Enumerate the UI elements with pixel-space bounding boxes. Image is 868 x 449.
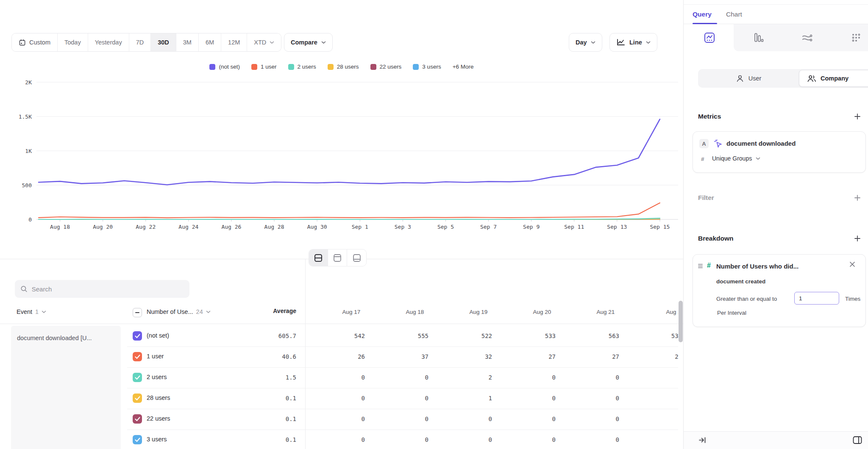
- breakdown-value-input[interactable]: [794, 292, 839, 305]
- breakdown-event-name[interactable]: document created: [716, 278, 765, 285]
- range-custom[interactable]: Custom: [12, 33, 58, 51]
- average-column-header: Average: [241, 308, 296, 314]
- chart-style-dropdown[interactable]: Line: [609, 33, 657, 52]
- table-cell-value: 0: [437, 436, 492, 443]
- dots-grid-icon: [850, 32, 862, 44]
- range-label: Today: [64, 39, 81, 46]
- tab-query[interactable]: Query: [693, 5, 712, 24]
- x-axis-label: Sep 11: [564, 224, 584, 230]
- x-axis-label: Aug 28: [264, 224, 284, 230]
- range-30d[interactable]: 30D: [151, 33, 176, 51]
- measure-dropdown[interactable]: Unique Groups: [712, 155, 760, 162]
- calendar-icon: [19, 39, 26, 46]
- table-cell-value: 555: [373, 333, 428, 339]
- y-axis-label: 2K: [25, 79, 32, 86]
- drag-handle-icon[interactable]: [698, 264, 703, 269]
- date-columns-pane: Aug 17Aug 18Aug 19Aug 20Aug 21Aug 225425…: [305, 259, 678, 449]
- x-axis-label: Sep 5: [437, 224, 454, 230]
- metric-label-badge: A: [699, 139, 709, 148]
- table-cell-value: 0: [627, 416, 678, 422]
- row-label: 1 user: [147, 353, 164, 360]
- date-column-header: Aug 17: [320, 309, 383, 315]
- add-metric-button[interactable]: [853, 112, 862, 121]
- chevron-down-icon: [756, 157, 760, 160]
- close-icon: [849, 261, 855, 267]
- x-axis-label: Sep 13: [607, 224, 627, 230]
- event-column-header[interactable]: Event 1: [17, 308, 46, 315]
- range-12m[interactable]: 12M: [221, 33, 247, 51]
- row-checkbox[interactable]: [133, 331, 142, 341]
- range-label: 7D: [136, 39, 144, 46]
- series-(not set): [39, 119, 660, 185]
- plus-icon: [854, 194, 861, 201]
- indeterminate-mark: [135, 312, 139, 313]
- sidebar-bottom-bar: [684, 431, 868, 449]
- collapse-sidebar-button[interactable]: [698, 436, 707, 444]
- bar-chart-icon: [752, 32, 764, 44]
- y-axis-label: 1.5K: [19, 114, 32, 120]
- table-cell-value: 0: [501, 436, 556, 443]
- chart-type-flow-button[interactable]: [782, 24, 831, 51]
- date-column-header: Aug 19: [447, 309, 510, 315]
- table-scrollbar[interactable]: [679, 301, 683, 342]
- breakdown-condition-label[interactable]: Greater than or equal to: [716, 296, 777, 302]
- range-6m[interactable]: 6M: [199, 33, 221, 51]
- remove-breakdown-button[interactable]: [849, 261, 855, 267]
- entity-company-option[interactable]: Company: [799, 70, 868, 87]
- tab-chart[interactable]: Chart: [726, 5, 742, 24]
- table-cell-value: 0: [501, 374, 556, 381]
- breakdown-per-interval[interactable]: Per Interval: [717, 310, 746, 316]
- query-sidebar: Query Chart: [683, 0, 868, 449]
- range-xtd[interactable]: XTD: [247, 33, 281, 51]
- breakdown-card[interactable]: # Number of Users who did... document cr…: [693, 254, 866, 327]
- series-1 user: [39, 203, 660, 218]
- entity-user-option[interactable]: User: [698, 69, 799, 88]
- compare-button[interactable]: Compare: [284, 33, 333, 52]
- panel-layout-button[interactable]: [852, 435, 862, 445]
- metric-event-name[interactable]: document downloaded: [726, 140, 796, 147]
- interval-dropdown[interactable]: Day: [569, 33, 602, 52]
- row-checkbox[interactable]: [133, 373, 142, 382]
- event-header-label: Event: [17, 308, 32, 315]
- flow-chart-icon: [801, 32, 813, 44]
- range-yesterday[interactable]: Yesterday: [88, 33, 129, 51]
- x-axis-label: Sep 3: [395, 224, 411, 230]
- chart-type-bar-button[interactable]: [734, 24, 782, 51]
- select-all-checkbox[interactable]: [133, 308, 142, 317]
- breakdown-title[interactable]: Number of Users who did...: [716, 263, 798, 270]
- search-input[interactable]: [32, 285, 184, 293]
- row-average: 0.1: [241, 436, 296, 443]
- x-axis-label: Aug 22: [136, 224, 156, 230]
- range-3m[interactable]: 3M: [176, 33, 199, 51]
- group-column-header[interactable]: Number of Use... 24: [147, 308, 211, 315]
- row-checkbox[interactable]: [133, 394, 142, 403]
- x-axis-label: Aug 20: [93, 224, 113, 230]
- chart-style-label: Line: [629, 39, 642, 46]
- user-icon: [736, 74, 744, 83]
- range-today[interactable]: Today: [58, 33, 88, 51]
- row-checkbox[interactable]: [133, 435, 142, 444]
- event-row[interactable]: document downloaded [U...: [11, 326, 121, 449]
- chart-type-grid-button[interactable]: [831, 24, 868, 51]
- range-7d[interactable]: 7D: [129, 33, 151, 51]
- kebab-icon: [866, 139, 868, 148]
- event-cursor-icon: [713, 139, 723, 148]
- row-checkbox[interactable]: [133, 414, 142, 424]
- breakdown-menu-button[interactable]: [866, 261, 868, 269]
- line-chart[interactable]: 05001K1.5K2KAug 18Aug 20Aug 22Aug 24Aug …: [0, 59, 683, 237]
- date-column-header: Aug 20: [510, 309, 574, 315]
- table-cell-value: 0: [564, 416, 619, 422]
- table-cell-value: 0: [627, 395, 678, 402]
- entity-toggle: User Company: [698, 69, 868, 88]
- x-axis-label: Sep 15: [650, 224, 670, 230]
- table-cell-value: 0: [373, 436, 428, 443]
- chart-type-line-button[interactable]: [685, 24, 734, 51]
- row-checkbox[interactable]: [133, 352, 142, 361]
- metric-card[interactable]: A document downloaded # Unique Groups: [693, 131, 866, 173]
- metric-menu-button[interactable]: [866, 139, 868, 148]
- date-column-header: Aug 22: [643, 309, 678, 315]
- add-breakdown-button[interactable]: [853, 234, 862, 243]
- metrics-section-title: Metrics: [698, 113, 721, 120]
- add-filter-button[interactable]: [853, 194, 862, 202]
- table-cell-value: 0: [373, 395, 428, 402]
